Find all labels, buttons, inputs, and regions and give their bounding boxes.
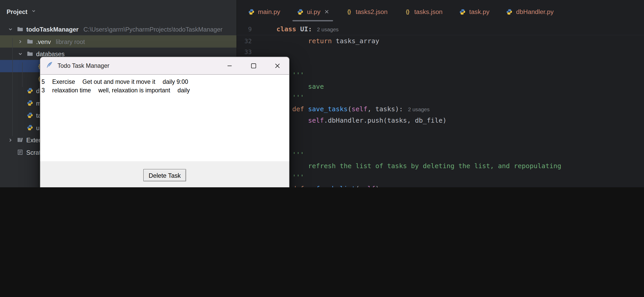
code-line-9[interactable]: 9class UI:2 usages [237,23,644,35]
code-line-45[interactable]: 45 def refresh_list(self):4 usages [237,183,644,187]
dialog-titlebar[interactable]: Todo Task Manager [40,57,289,74]
line-number[interactable]: 33 [237,49,276,56]
chevron-down-icon[interactable] [31,8,37,15]
task-cell: relaxation time [52,86,91,95]
code-line-40[interactable]: 40 [237,126,644,137]
dialog-title: Todo Task Manager [57,62,109,69]
chevron-down-icon[interactable] [6,25,14,33]
indent-guide [12,38,13,136]
python-icon [459,8,466,15]
token-plain [276,37,308,45]
token-kw: return [308,37,332,45]
task-row[interactable]: 5ExerciseGet out and move it move itdail… [41,78,289,86]
code-line-39[interactable]: 39 self.dbHandler.push(tasks, db_file) [237,115,644,126]
tree-item-label: databases [36,50,65,57]
token-plain: , tasks): [367,105,403,113]
tab-main-py[interactable]: main.py [240,0,288,23]
libs-icon [16,136,24,144]
usages-inlay-hint: 2 usages [408,106,430,113]
todo-dialog-window: Todo Task Manager 5ExerciseGet out and m… [40,57,290,187]
code-text: def refresh_list(self):4 usages [276,185,410,187]
project-header-label: Project [6,8,27,15]
code-line-33[interactable]: 33 [237,47,644,58]
tab-tasks-json[interactable]: {}tasks.json [396,0,451,23]
tree-item-label: todoTaskManager [26,26,79,33]
folder-icon [26,38,34,45]
token-plain: tasks_array [332,37,379,45]
code-line-34[interactable]: 34 [237,58,644,69]
usages-inlay-hint: 2 usages [317,26,339,33]
code-line-43[interactable]: 43 refresh the list of tasks by deleting… [237,160,644,172]
chevron-right-icon[interactable] [6,136,14,144]
close-button[interactable] [265,57,289,74]
code-line-35[interactable]: 35 ''' [237,69,644,81]
task-cell: daily 9:00 [163,78,188,86]
json-file-icon: {} [345,8,352,15]
scratch-icon [16,148,24,156]
tab-ui-py[interactable]: ui.py [288,0,337,23]
project-panel-header[interactable]: Project [0,0,237,23]
python-icon [297,8,304,15]
task-cell: well, relaxation is important [98,86,170,95]
line-number[interactable]: 9 [237,25,276,33]
code-line-42[interactable]: 42 ''' [237,149,644,160]
token-plain: ): [375,185,383,187]
token-plain: ( [356,185,359,187]
token-self: self [352,105,367,113]
sticky-header[interactable]: 9class UI:2 usages [237,23,644,35]
folder-icon [16,25,24,33]
tab-label: task.py [469,8,489,16]
tk-feather-icon [46,61,53,70]
tab-task-py[interactable]: task.py [451,0,498,23]
token-plain [304,105,308,113]
task-cell: Get out and move it move it [82,78,155,86]
tab-tasks2-json[interactable]: {}tasks2.json [337,0,396,23]
code-line-37[interactable]: 37 ''' [237,92,644,103]
chevron-right-icon[interactable] [16,38,24,45]
token-fn: save_tasks [308,105,348,113]
python-icon [26,124,34,131]
task-cell: 5 [41,78,45,86]
task-row[interactable]: 3relaxation timewell, relaxation is impo… [41,86,289,95]
tab-label: main.py [258,8,280,16]
tab-dbhandler-py[interactable]: dbHandler.py [498,0,562,23]
line-number[interactable]: 32 [237,37,276,45]
maximize-button[interactable] [242,57,265,74]
minimize-button[interactable] [218,57,242,74]
code-line-36[interactable]: 36 save [237,81,644,92]
code-line-41[interactable]: 41 [237,137,644,149]
code-line-44[interactable]: 44 ''' [237,172,644,183]
python-icon [248,8,255,15]
code-editor[interactable]: 32 return tasks_array333435 '''36 save37… [237,35,644,187]
token-kw: def [292,185,304,187]
token-kw: def [292,105,304,113]
token-plain [304,185,308,187]
code-text: self.dbHandler.push(tasks, db_file) [276,116,446,124]
task-listbox[interactable]: 5ExerciseGet out and move it move itdail… [40,74,289,161]
token-plain: ( [348,105,351,113]
chevron-down-icon[interactable] [16,50,24,58]
code-line-38[interactable]: 38 def save_tasks(self, tasks):2 usages [237,103,644,115]
python-icon [506,8,513,15]
code-text: class UI:2 usages [276,25,338,33]
code-line-32[interactable]: 32 return tasks_array [237,35,644,47]
token-plain: UI: [296,25,312,33]
token-self: self [308,116,324,124]
tab-label: dbHandler.py [516,8,554,16]
tab-close-icon[interactable] [324,9,329,14]
token-str: refresh the list of tasks by deleting th… [276,162,561,170]
indent-guide [22,62,23,87]
delete-task-button[interactable]: Delete Task [143,169,186,181]
tab-label: tasks.json [414,8,443,16]
python-icon [26,87,34,94]
python-icon [26,112,34,119]
tree-item-suffix: library root [56,38,85,45]
token-fn: refresh_list [308,185,356,187]
python-icon [26,99,34,107]
token-self: self [359,185,375,187]
code-text: return tasks_array [276,37,379,45]
tree-item-suffix: C:\Users\garrn\PycharmProjects\todoTaskM… [83,26,222,33]
tree-item-todotaskmanager[interactable]: todoTaskManagerC:\Users\garrn\PycharmPro… [0,23,237,35]
usages-inlay-hint: 4 usages [388,186,410,187]
tree-item-venv[interactable]: .venvlibrary root [0,35,237,48]
